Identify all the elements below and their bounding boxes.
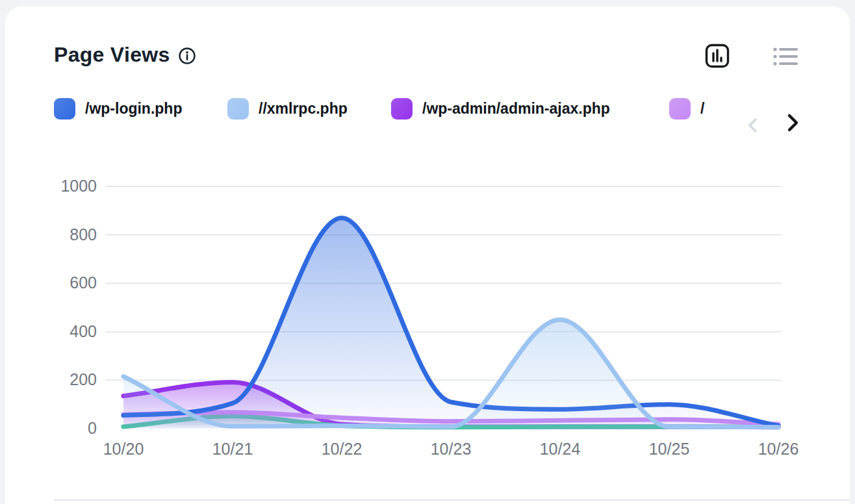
x-tick-label: 10/22 [322, 440, 363, 458]
x-tick-label: 10/25 [649, 440, 690, 458]
legend-swatch [391, 98, 413, 120]
page-views-card: Page Views /wp-login.php//xmlrpc.php/wp-… [5, 6, 850, 504]
y-tick-label: 800 [70, 225, 97, 244]
legend-item-label: /wp-login.php [85, 100, 182, 118]
x-tick-label: 10/24 [540, 440, 581, 458]
card-header: Page Views [54, 43, 196, 67]
legend-item-label: / [700, 100, 704, 118]
x-tick-label: 10/20 [103, 440, 144, 458]
y-tick-label: 200 [70, 370, 97, 388]
legend: /wp-login.php//xmlrpc.php/wp-admin/admin… [5, 98, 850, 124]
legend-swatch [54, 98, 75, 120]
y-tick-label: 400 [70, 322, 97, 340]
list-view-button[interactable] [771, 46, 799, 69]
legend-item-label: /wp-admin/admin-ajax.php [422, 100, 610, 118]
legend-next-button[interactable] [784, 112, 802, 136]
page-title: Page Views [54, 43, 170, 67]
x-tick-label: 10/26 [758, 440, 799, 458]
legend-prev-button[interactable] [745, 116, 761, 137]
legend-item[interactable]: /wp-admin/admin-ajax.php [391, 98, 610, 120]
legend-item[interactable]: /wp-login.php [54, 98, 182, 120]
y-tick-label: 0 [88, 419, 97, 437]
info-icon[interactable] [178, 47, 196, 65]
legend-swatch [669, 98, 691, 120]
x-tick-label: 10/23 [431, 440, 472, 458]
y-tick-label: 600 [70, 273, 97, 292]
page-views-chart: 0200400600800100010/2010/2110/2210/2310/… [54, 168, 855, 473]
y-tick-label: 1000 [60, 177, 97, 195]
legend-swatch [227, 98, 249, 120]
bar-chart-view-button[interactable] [705, 44, 730, 70]
legend-item-label: //xmlrpc.php [259, 100, 348, 118]
legend-item[interactable]: / [669, 98, 704, 120]
section-divider [54, 499, 850, 501]
legend-item[interactable]: //xmlrpc.php [227, 98, 348, 120]
x-tick-label: 10/21 [212, 440, 253, 458]
